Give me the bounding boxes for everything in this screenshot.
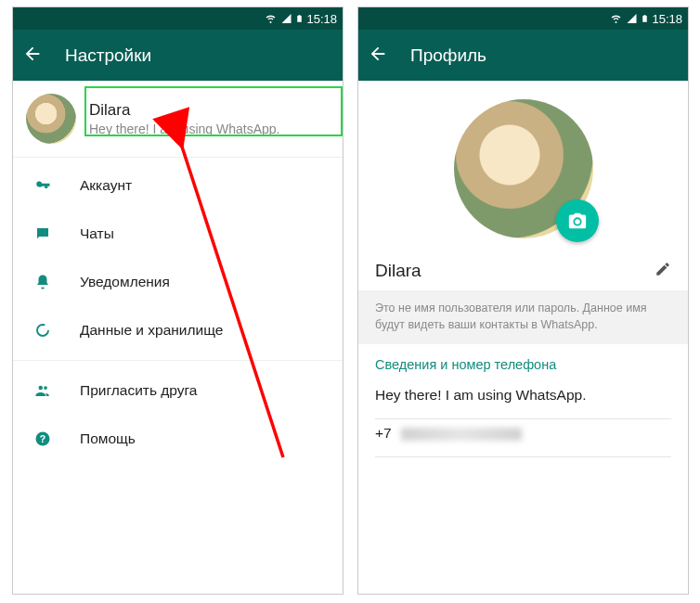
app-bar: Профиль xyxy=(358,30,688,81)
key-icon xyxy=(33,176,52,195)
menu-item-invite[interactable]: Пригласить друга xyxy=(13,366,343,415)
appbar-title: Настройки xyxy=(65,45,151,66)
wifi-icon xyxy=(264,13,278,24)
status-time: 15:18 xyxy=(652,12,682,26)
settings-menu: Аккаунт Чаты Уведомления Данные и хранил… xyxy=(13,158,343,463)
menu-label: Чаты xyxy=(80,225,114,242)
status-time: 15:18 xyxy=(306,12,337,26)
battery-icon xyxy=(641,12,649,25)
phone-line[interactable]: +7 xyxy=(375,419,671,447)
menu-item-notifications[interactable]: Уведомления xyxy=(13,258,343,306)
menu-label: Данные и хранилище xyxy=(80,322,223,339)
menu-divider xyxy=(13,360,343,361)
about-line[interactable]: Hey there! I am using WhatsApp. xyxy=(375,381,671,409)
svg-point-0 xyxy=(37,325,48,336)
menu-item-data[interactable]: Данные и хранилище xyxy=(13,306,343,354)
wifi-icon xyxy=(609,13,623,24)
phone-number-blurred xyxy=(401,428,522,441)
phone-prefix: +7 xyxy=(375,425,392,441)
svg-point-1 xyxy=(39,386,44,391)
appbar-title: Профиль xyxy=(410,45,486,66)
menu-label: Помощь xyxy=(80,430,136,447)
profile-text: Dilara Hey there! I am using WhatsApp. xyxy=(89,101,330,136)
menu-label: Аккаунт xyxy=(80,177,132,194)
menu-item-help[interactable]: ? Помощь xyxy=(13,415,343,463)
camera-fab[interactable] xyxy=(556,199,599,242)
profile-screen: 15:18 Профиль Dilara Это не имя пользова… xyxy=(357,6,689,595)
edit-icon[interactable] xyxy=(655,261,671,281)
status-bar: 15:18 xyxy=(13,7,343,30)
status-bar: 15:18 xyxy=(358,7,688,30)
profile-status: Hey there! I am using WhatsApp. xyxy=(89,122,330,136)
people-icon xyxy=(33,381,52,400)
signal-icon xyxy=(626,13,638,24)
name-row[interactable]: Dilara xyxy=(358,244,688,290)
svg-text:?: ? xyxy=(40,433,45,444)
avatar-large[interactable] xyxy=(454,99,593,238)
menu-item-chats[interactable]: Чаты xyxy=(13,210,343,258)
profile-hero xyxy=(358,81,688,244)
data-usage-icon xyxy=(33,321,52,340)
avatar xyxy=(26,94,76,144)
signal-icon xyxy=(280,13,292,24)
menu-label: Пригласить друга xyxy=(80,382,197,399)
divider xyxy=(375,456,671,457)
bell-icon xyxy=(33,273,52,291)
profile-row[interactable]: Dilara Hey there! I am using WhatsApp. xyxy=(13,81,343,158)
name-note: Это не имя пользователя или пароль. Данн… xyxy=(358,290,688,344)
svg-point-2 xyxy=(44,386,47,390)
back-icon[interactable] xyxy=(22,44,43,68)
menu-item-account[interactable]: Аккаунт xyxy=(13,161,343,210)
back-icon[interactable] xyxy=(368,44,388,68)
display-name: Dilara xyxy=(375,261,421,281)
camera-icon xyxy=(567,211,588,231)
app-bar: Настройки xyxy=(13,30,343,81)
info-heading: Сведения и номер телефона xyxy=(375,357,671,372)
info-section: Сведения и номер телефона Hey there! I a… xyxy=(358,344,688,461)
settings-screen: 15:18 Настройки Dilara Hey there! I am u… xyxy=(12,6,344,595)
battery-icon xyxy=(295,12,304,25)
chat-icon xyxy=(33,225,52,243)
profile-name: Dilara xyxy=(89,101,330,120)
help-icon: ? xyxy=(33,430,52,448)
menu-label: Уведомления xyxy=(80,274,170,290)
